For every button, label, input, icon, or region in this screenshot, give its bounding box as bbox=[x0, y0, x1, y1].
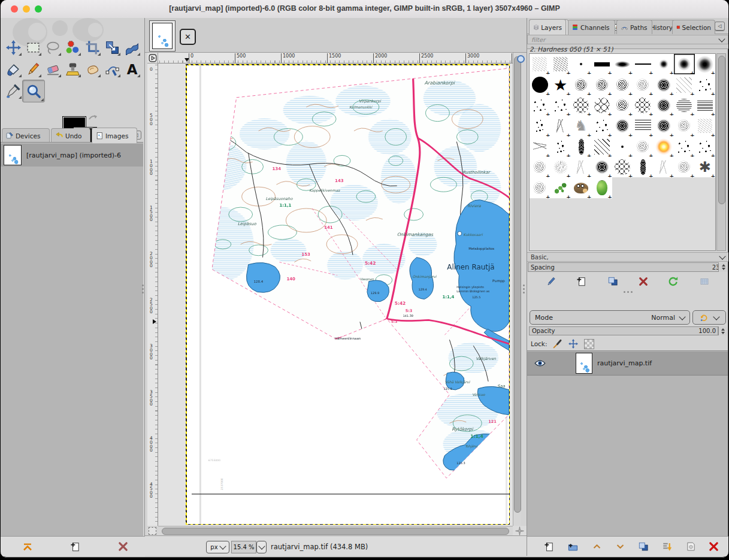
brush-cell-line[interactable] bbox=[633, 54, 653, 74]
new-brush-icon[interactable] bbox=[576, 276, 587, 287]
lock-position-icon[interactable] bbox=[568, 339, 578, 349]
brush-cell-hatchSq[interactable] bbox=[695, 95, 715, 116]
rectangle-select-tool[interactable] bbox=[24, 38, 42, 56]
eraser-tool[interactable] bbox=[44, 60, 62, 78]
unified-transform-tool[interactable] bbox=[103, 38, 121, 56]
brush-cell-foliage[interactable] bbox=[530, 177, 550, 198]
brush-cell-texR[interactable] bbox=[530, 157, 550, 177]
zoom-level-input[interactable]: 15.4 % bbox=[231, 541, 256, 553]
brush-cell-soft1[interactable] bbox=[654, 54, 674, 74]
brush-cell-pepper[interactable] bbox=[591, 177, 612, 198]
brush-cell-wisp[interactable] bbox=[674, 116, 694, 136]
tab-undo[interactable]: Undo bbox=[51, 128, 90, 143]
brush-cell-inkB[interactable] bbox=[591, 157, 612, 177]
brush-cell-speckC[interactable] bbox=[591, 116, 612, 136]
brush-cell-animal[interactable]: ♞ bbox=[571, 116, 591, 136]
move-tool[interactable] bbox=[4, 38, 22, 56]
brush-cell-blobG[interactable] bbox=[633, 137, 653, 157]
raise-to-top-icon[interactable] bbox=[22, 541, 33, 552]
brush-cell-tex1[interactable] bbox=[530, 54, 550, 74]
opacity-slider[interactable]: Opacity 100.0 bbox=[529, 326, 718, 335]
layer-row[interactable]: rautjarvi_map.tif bbox=[527, 352, 728, 376]
paths-tool[interactable] bbox=[103, 60, 121, 78]
crop-tool[interactable] bbox=[83, 38, 101, 56]
new-group-icon[interactable] bbox=[567, 541, 579, 552]
delete-brush-icon[interactable] bbox=[639, 277, 648, 286]
tab-selection[interactable]: Selection bbox=[672, 20, 715, 34]
brush-cell-tex1[interactable] bbox=[695, 116, 715, 136]
brush-cell-blobDark[interactable] bbox=[654, 95, 674, 116]
spacing-slider[interactable]: Spacing 23.0 bbox=[528, 262, 728, 272]
dock-menu-button[interactable]: ◁ bbox=[715, 22, 725, 31]
brush-cell-splat[interactable] bbox=[612, 95, 633, 116]
mode-dropdown[interactable]: Mode Normal bbox=[530, 310, 690, 325]
brush-cell-hLines[interactable] bbox=[633, 116, 653, 136]
delete-layer-icon[interactable] bbox=[709, 541, 719, 552]
raise-layer-icon[interactable] bbox=[592, 542, 602, 551]
dock-splitter[interactable] bbox=[142, 284, 144, 293]
duplicate-brush-icon[interactable] bbox=[607, 276, 618, 287]
brush-cell-chalk[interactable] bbox=[550, 116, 570, 136]
brush-cell-figures[interactable] bbox=[633, 157, 653, 177]
brush-cell-burst[interactable] bbox=[550, 157, 570, 177]
select-by-color-tool[interactable] bbox=[63, 38, 81, 56]
brush-cell-diagL[interactable] bbox=[591, 137, 612, 157]
unit-dropdown[interactable]: px bbox=[206, 541, 229, 553]
brush-cell-hatchBlob[interactable] bbox=[674, 95, 694, 116]
brush-cell-ringDots[interactable] bbox=[633, 95, 653, 116]
new-layer-icon[interactable] bbox=[544, 541, 555, 552]
brush-cell-spray[interactable] bbox=[674, 137, 694, 157]
opacity-spinner[interactable] bbox=[718, 326, 727, 335]
brush-cell-spray[interactable] bbox=[695, 137, 715, 157]
color-picker-tool[interactable] bbox=[4, 81, 22, 99]
brush-cell-circle[interactable] bbox=[530, 74, 550, 95]
brush-cell-blobS[interactable] bbox=[674, 157, 694, 177]
brush-cell-leaves[interactable] bbox=[550, 177, 570, 198]
navigation-button[interactable] bbox=[513, 526, 527, 535]
image-list-item[interactable]: [rautjarvi_map] (imported)-6 bbox=[1, 144, 143, 167]
lock-alpha-icon[interactable] bbox=[584, 339, 594, 349]
brush-cell-splat[interactable] bbox=[571, 74, 591, 95]
brush-cell-wisp[interactable] bbox=[633, 74, 653, 95]
brush-cell-tex2[interactable] bbox=[550, 54, 570, 74]
brush-cell-faintS[interactable] bbox=[654, 157, 674, 177]
brush-cell-wilber[interactable] bbox=[571, 177, 591, 198]
brush-cell-spiky[interactable]: ✱ bbox=[695, 157, 715, 177]
brush-cell-inkV[interactable] bbox=[571, 137, 591, 157]
tab-channels[interactable]: Channels bbox=[567, 20, 615, 34]
brush-cell-softE[interactable] bbox=[612, 54, 633, 74]
brush-cell-sparse[interactable] bbox=[695, 74, 715, 95]
brush-cell-splat[interactable] bbox=[591, 74, 612, 95]
text-tool[interactable] bbox=[123, 60, 141, 78]
merge-layer-icon[interactable] bbox=[662, 541, 673, 552]
tab-devices[interactable]: Devices bbox=[2, 128, 50, 143]
brush-cell-inkBlob[interactable] bbox=[654, 74, 674, 95]
bucket-fill-tool[interactable] bbox=[4, 60, 22, 78]
duplicate-layer-icon[interactable] bbox=[638, 541, 649, 552]
lower-layer-icon[interactable] bbox=[615, 542, 625, 551]
brush-cell-bar[interactable] bbox=[591, 54, 612, 74]
panel-splitter[interactable] bbox=[527, 289, 728, 294]
brush-preset-dropdown[interactable]: Basic, bbox=[527, 252, 728, 262]
swap-colors-icon[interactable] bbox=[88, 114, 98, 122]
lock-pixels-icon[interactable] bbox=[553, 339, 562, 349]
warp-transform-tool[interactable] bbox=[123, 38, 141, 56]
smudge-tool[interactable] bbox=[83, 60, 101, 78]
vertical-scrollbar-thumb[interactable] bbox=[514, 56, 521, 513]
brush-cell-bubbles[interactable] bbox=[591, 95, 612, 116]
brush-cell-dotT[interactable] bbox=[571, 54, 591, 74]
brush-cell-blobs[interactable] bbox=[530, 95, 550, 116]
brush-filter-input[interactable]: filter bbox=[527, 35, 728, 44]
brush-cell-inkBlob[interactable] bbox=[612, 116, 633, 136]
brush-cell-soft3[interactable] bbox=[695, 54, 715, 74]
vertical-scrollbar[interactable] bbox=[513, 53, 521, 526]
horizontal-ruler[interactable]: 0500100015002000250030003500 bbox=[158, 53, 513, 63]
horizontal-scrollbar[interactable] bbox=[158, 526, 513, 535]
clone-tool[interactable] bbox=[63, 60, 81, 78]
brush-cell-dotT2[interactable] bbox=[612, 137, 633, 157]
new-image-icon[interactable] bbox=[70, 541, 81, 552]
refresh-brushes-icon[interactable] bbox=[668, 276, 679, 287]
brush-cell-speckV[interactable] bbox=[530, 116, 550, 136]
brush-cell-swirl[interactable] bbox=[654, 116, 674, 136]
brush-cell-cells[interactable] bbox=[571, 95, 591, 116]
